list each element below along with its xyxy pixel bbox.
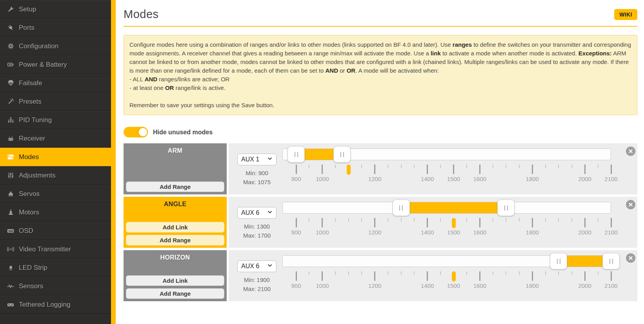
channel-value-marker: [452, 271, 456, 282]
scale-tick: [493, 165, 493, 168]
sidebar-item-adjustments[interactable]: Adjustments: [0, 166, 111, 185]
scale-tick: [506, 165, 506, 168]
scale-tick: [506, 271, 506, 275]
scale-tick-label: 900: [291, 176, 301, 182]
scale-tick: [545, 218, 546, 221]
scale-tick-label: 1500: [447, 176, 460, 182]
info-note: Configure modes here using a combination…: [124, 35, 637, 115]
sidebar-item-modes[interactable]: Modes: [0, 148, 111, 166]
scale-tick: [558, 165, 559, 168]
scale-tick: [584, 165, 586, 174]
slider-scale: 90010001200140015001600180020002100: [282, 218, 611, 236]
scale-tick-label: 1000: [316, 176, 329, 182]
sidebar-item-ports[interactable]: Ports: [0, 18, 111, 37]
sidebar-item-presets[interactable]: Presets: [0, 92, 111, 111]
chevron-down-icon: [267, 156, 273, 163]
sidebar-item-power-battery[interactable]: Power & Battery: [0, 55, 111, 74]
logging-icon: [7, 302, 15, 308]
wiki-button[interactable]: WIKI: [614, 9, 637, 20]
range-slider: 90010001200140015001600180020002100: [282, 250, 611, 301]
scale-tick: [584, 218, 586, 227]
delete-range-button[interactable]: [626, 146, 635, 156]
scale-tick: [453, 165, 454, 174]
note-bullet-2: - at least one OR range/link is active.: [129, 84, 631, 92]
scale-tick-label: 900: [291, 282, 301, 289]
sidebar-item-label: Failsafe: [19, 79, 42, 87]
add-range-button[interactable]: Add Range: [126, 235, 224, 245]
sidebar-item-label: Power & Battery: [19, 61, 67, 69]
mode-name: HORIZON: [124, 250, 227, 261]
sidebar-item-label: Video Transmitter: [19, 245, 71, 253]
scale-tick: [322, 218, 323, 227]
scale-tick: [335, 165, 336, 168]
scale-tick-label: 1200: [368, 229, 381, 236]
battery-icon: [7, 61, 15, 68]
add-range-button[interactable]: Add Range: [126, 181, 224, 192]
scale-tick: [479, 271, 480, 281]
sidebar-item-tethered-logging[interactable]: Tethered Logging: [0, 295, 111, 314]
aux-channel-value: AUX 6: [241, 263, 259, 270]
aux-channel-select[interactable]: AUX 6: [237, 207, 277, 219]
sidebar-item-video-transmitter[interactable]: Video Transmitter: [0, 240, 111, 258]
scale-tick: [309, 165, 309, 168]
add-range-button[interactable]: Add Range: [126, 288, 224, 299]
mode-panel: ARMAdd Range: [124, 143, 227, 194]
scale-tick: [414, 218, 415, 221]
sidebar-item-label: Tethered Logging: [19, 301, 70, 309]
slider-max-handle[interactable]: [497, 200, 515, 216]
osd-icon: OSD: [7, 228, 15, 234]
scale-tick: [361, 165, 362, 168]
mode-range-area: AUX 6Min: 1300Max: 170090010001200140015…: [229, 197, 637, 248]
servo-icon: [7, 190, 15, 197]
slider-min-handle[interactable]: [393, 200, 410, 216]
sidebar-item-pid-tuning[interactable]: PID Tuning: [0, 111, 111, 129]
range-min-label: Min: 1900: [229, 275, 285, 284]
scale-tick-label: 1600: [473, 229, 486, 236]
sidebar-item-failsafe[interactable]: Failsafe: [0, 74, 111, 92]
scale-tick: [401, 271, 402, 275]
gear-icon: [7, 43, 15, 49]
hide-unused-modes-toggle[interactable]: [124, 127, 148, 137]
aux-channel-select[interactable]: AUX 6: [237, 260, 277, 272]
scale-tick-label: 2100: [604, 229, 617, 236]
scale-tick: [493, 271, 493, 275]
slider-min-handle[interactable]: [287, 146, 305, 163]
sidebar-item-configuration[interactable]: Configuration: [0, 37, 111, 55]
mode-name: ANGLE: [124, 197, 227, 208]
modes-list: ARMAdd RangeAUX 1Min: 900Max: 1075900100…: [124, 143, 637, 301]
add-link-button[interactable]: Add Link: [126, 222, 224, 232]
sidebar-item-motors[interactable]: Motors: [0, 203, 111, 221]
remote-icon: [7, 135, 15, 142]
sidebar-item-receiver[interactable]: Receiver: [0, 129, 111, 148]
scale-tick: [401, 165, 402, 168]
sliders-icon: [7, 172, 15, 179]
delete-range-button[interactable]: [626, 200, 635, 209]
scale-tick: [493, 218, 493, 221]
sidebar-item-sensors[interactable]: Sensors: [0, 277, 111, 295]
sidebar-item-osd[interactable]: OSDOSD: [0, 221, 111, 240]
scale-tick: [414, 271, 415, 275]
scale-tick-label: 900: [291, 229, 301, 236]
parachute-icon: [7, 80, 15, 86]
sidebar-item-led-strip[interactable]: LED Strip: [0, 258, 111, 277]
sidebar-item-servos[interactable]: Servos: [0, 185, 111, 203]
scale-tick-label: 2000: [578, 229, 591, 236]
scale-tick: [519, 218, 520, 221]
sidebar-item-setup[interactable]: Setup: [0, 0, 111, 18]
sidebar-item-label: Presets: [19, 98, 42, 106]
scale-tick-label: 1800: [526, 176, 539, 182]
scale-tick: [532, 218, 533, 227]
range-max-label: Max: 1700: [229, 231, 285, 240]
add-link-button[interactable]: Add Link: [126, 275, 224, 286]
scale-tick: [387, 271, 388, 275]
scale-tick-label: 2100: [604, 176, 617, 182]
scale-tick: [296, 218, 297, 227]
sidebar-item-label: Receiver: [19, 135, 45, 143]
scale-tick-label: 1500: [447, 282, 460, 289]
delete-range-button[interactable]: [626, 253, 635, 263]
slider-min-handle[interactable]: [550, 253, 567, 269]
chevron-down-icon: [267, 263, 273, 270]
aux-channel-select[interactable]: AUX 1: [237, 154, 277, 165]
slider-max-handle[interactable]: [602, 253, 620, 269]
slider-max-handle[interactable]: [333, 146, 351, 163]
